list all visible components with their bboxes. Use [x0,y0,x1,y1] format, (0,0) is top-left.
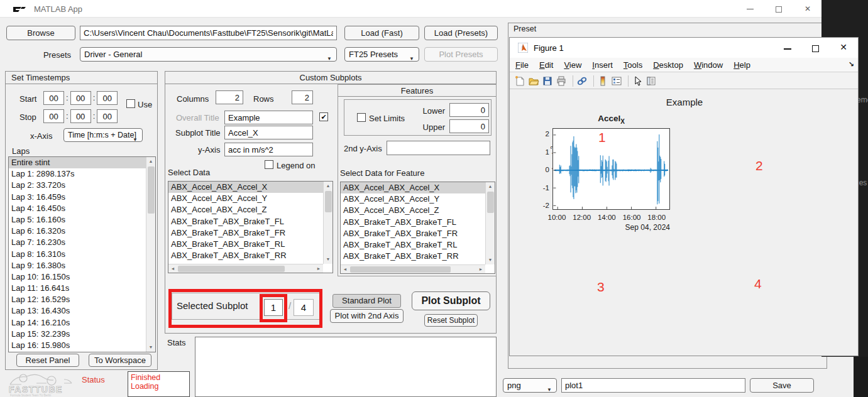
list-item[interactable]: ABX_Accel_ABX_Accel_X [168,182,323,193]
load-fast-button[interactable]: Load (Fast) [344,26,419,40]
menu-item-file[interactable]: File [515,60,529,70]
list-item[interactable]: ABX_Accel_ABX_Accel_X [341,182,485,193]
feature-data-listbox[interactable]: ABX_Accel_ABX_Accel_XABX_Accel_ABX_Accel… [340,182,495,274]
data-scrollbar-horizontal[interactable]: ◄ ► [168,264,323,273]
reset-panel-button[interactable]: Reset Panel [16,354,79,367]
menu-item-edit[interactable]: Edit [539,60,553,70]
select-data-listbox[interactable]: ABX_Accel_ABX_Accel_XABX_Accel_ABX_Accel… [168,181,333,273]
list-item[interactable]: Lap 16: 15.980s [9,340,146,351]
app-close-button[interactable]: ✕ [799,4,816,14]
scroll-down-icon[interactable]: ▼ [324,255,332,264]
scroll-right-icon[interactable]: ► [314,264,323,273]
standard-plot-button[interactable]: Standard Plot [332,294,401,308]
start-minute-field[interactable] [70,91,91,105]
list-item[interactable]: Lap 5: 16.160s [9,214,146,226]
menu-item-view[interactable]: View [564,60,581,70]
list-item[interactable]: ABX_Accel_ABX_Accel_Y [168,193,323,204]
scroll-right-icon[interactable]: ► [476,265,485,273]
scroll-down-icon[interactable]: ▼ [486,256,495,264]
list-item[interactable]: Lap 9: 16.380s [9,260,146,271]
app-minimize-button[interactable] [742,4,758,14]
list-item[interactable]: Entire stint [9,157,146,168]
scroll-thumb[interactable] [178,266,285,272]
list-item[interactable]: Lap 2: 33.720s [9,180,146,191]
list-item[interactable]: Lap 10: 16.150s [9,271,146,283]
list-item[interactable]: ABX_Accel_ABX_Accel_Z [341,205,485,216]
stop-hour-field[interactable] [43,109,64,123]
xaxis-select[interactable]: Time [h:m:s + Date] ▼ [63,128,143,142]
yaxis-field[interactable] [224,143,313,156]
stop-second-field[interactable] [97,109,118,123]
list-item[interactable]: Lap 6: 16.320s [9,226,146,237]
list-item[interactable]: ABX_BrakeT_ABX_BrakeT_FL [168,216,323,227]
dock-arrow-icon[interactable]: ↘ [849,60,854,68]
set-limits-checkbox[interactable] [357,113,366,122]
stats-textarea[interactable] [195,337,497,397]
app-maximize-button[interactable] [771,4,787,14]
menu-item-window[interactable]: Window [694,60,723,70]
overall-title-checkbox[interactable] [319,112,328,121]
link-plot-icon[interactable] [576,75,589,87]
export-format-select[interactable]: png ▼ [503,378,557,393]
scroll-up-icon[interactable]: ▲ [324,182,332,190]
save-button[interactable]: Save [750,378,814,393]
list-item[interactable]: ABX_BrakeT_ABX_BrakeT_FR [341,228,485,239]
filename-field[interactable] [561,378,745,393]
figure-maximize-button[interactable] [808,43,823,53]
scroll-thumb[interactable] [487,192,494,213]
ft25-presets-select[interactable]: FT25 Presets ▼ [344,47,419,62]
property-inspector-icon[interactable] [646,75,658,87]
edit-plot-pointer-icon[interactable] [632,75,644,87]
list-item[interactable]: Lap 3: 16.459s [9,192,146,203]
list-item[interactable]: Lap 4: 16.450s [9,203,146,214]
scroll-up-icon[interactable]: ▲ [146,157,155,166]
list-item[interactable]: ABX_BrakeT_ABX_BrakeT_RL [341,239,485,251]
new-figure-icon[interactable] [514,75,527,87]
list-item[interactable]: ABX_Accel_ABX_Accel_Y [341,193,485,205]
plot-subplot-button[interactable]: Plot Subplot [412,291,490,310]
plot-presets-button[interactable]: Plot Presets [424,47,498,62]
columns-field[interactable] [216,90,243,104]
scroll-down-icon[interactable]: ▼ [146,343,155,352]
list-item[interactable]: Lap 12: 16.529s [9,294,146,305]
browse-button[interactable]: Browse [6,26,75,40]
menu-item-tools[interactable]: Tools [624,60,642,70]
legend-on-checkbox[interactable] [265,160,273,169]
insert-colorbar-icon[interactable] [597,75,610,87]
print-figure-icon[interactable] [556,75,568,87]
start-second-field[interactable] [97,91,118,105]
to-workspace-button[interactable]: To Workspace [89,354,151,367]
list-item[interactable]: ABX_Accel_ABX_Accel_Z [168,204,323,215]
load-presets-button[interactable]: Load (Presets) [424,26,498,40]
lower-field[interactable] [449,103,489,117]
figure-minimize-button[interactable] [780,43,795,53]
plot-2nd-axis-button[interactable]: Plot with 2nd Axis [330,309,404,323]
list-item[interactable]: Lap 8: 16.310s [9,249,146,260]
list-item[interactable]: Lap 1: 2898.137s [9,168,146,180]
overall-title-field[interactable] [224,111,313,124]
list-item[interactable]: Lap 14: 16.210s [9,317,146,329]
scroll-thumb[interactable] [325,191,332,212]
second-yaxis-field[interactable] [387,141,490,155]
feature-scrollbar-vertical[interactable]: ▲ ▼ [485,182,495,264]
use-checkbox[interactable] [126,99,135,108]
list-item[interactable]: ABX_BrakeT_ABX_BrakeT_RR [168,250,323,261]
list-item[interactable]: Lap 7: 16.230s [9,237,146,248]
scroll-left-icon[interactable]: ◄ [168,264,177,273]
menu-item-help[interactable]: Help [733,60,750,70]
feature-scrollbar-horizontal[interactable]: ◄ ► [341,264,485,273]
scroll-up-icon[interactable]: ▲ [486,182,495,191]
list-item[interactable]: Lap 15: 32.239s [9,329,146,340]
list-item[interactable]: ABX_BrakeT_ABX_BrakeT_FL [341,217,485,228]
laps-scrollbar[interactable]: ▲ ▼ [146,157,155,352]
list-item[interactable]: ABX_BrakeT_ABX_BrakeT_FR [168,227,323,239]
path-field[interactable] [80,26,337,40]
rows-field[interactable] [292,90,313,104]
list-item[interactable]: Lap 11: 16.641s [9,283,146,294]
list-item[interactable]: ABX_BrakeT_ABX_BrakeT_RR [341,251,485,262]
open-file-icon[interactable] [528,75,541,87]
save-figure-icon[interactable] [542,75,554,87]
stop-minute-field[interactable] [70,109,91,123]
upper-field[interactable] [449,119,489,133]
figure-close-button[interactable]: ✕ [836,43,851,53]
